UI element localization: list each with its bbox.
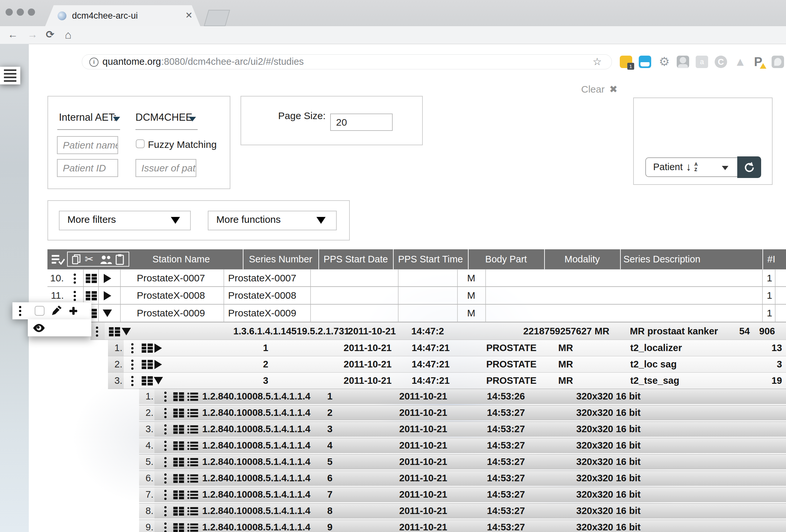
blob-icon[interactable]	[771, 55, 784, 68]
table-icon[interactable]	[86, 274, 97, 283]
list-icon[interactable]	[187, 425, 199, 434]
new-tab-button[interactable]	[204, 10, 230, 26]
password-manager-icon[interactable]: 1	[620, 55, 632, 68]
column-header[interactable]: PPS Start Date	[318, 249, 393, 269]
kebab-menu-icon[interactable]	[164, 461, 166, 463]
table-icon[interactable]	[173, 425, 185, 434]
expand-icon[interactable]	[155, 344, 162, 353]
kebab-menu-icon[interactable]	[131, 380, 134, 382]
column-header[interactable]: PPS Start Time	[393, 249, 468, 269]
table-icon[interactable]	[173, 474, 185, 483]
order-by-select[interactable]: Patient ↓ A Z	[645, 157, 738, 177]
copy-icon[interactable]	[72, 254, 82, 265]
back-icon[interactable]: ←	[8, 26, 18, 44]
aet-select-value[interactable]: DCM4CHEE	[136, 112, 192, 123]
chevron-down-icon[interactable]	[113, 117, 120, 121]
kebab-menu-icon[interactable]	[74, 277, 76, 280]
menu-toggle-button[interactable]	[0, 67, 20, 85]
patient-name-input[interactable]	[57, 136, 118, 154]
refresh-button[interactable]	[737, 156, 761, 178]
patient-id-input[interactable]	[57, 159, 118, 177]
clear-icon[interactable]: ✖	[609, 84, 618, 95]
kebab-menu-icon[interactable]	[164, 477, 166, 480]
kebab-menu-icon[interactable]	[131, 364, 134, 366]
kebab-menu-icon[interactable]	[164, 527, 166, 529]
table-icon[interactable]	[173, 507, 185, 516]
list-icon[interactable]	[187, 392, 199, 401]
fuzzy-matching-checkbox[interactable]	[136, 139, 145, 148]
table-icon[interactable]	[173, 392, 185, 401]
kebab-menu-icon[interactable]	[164, 510, 166, 512]
cut-icon[interactable]: ✂	[85, 252, 94, 267]
bookmark-star-icon[interactable]: ☆	[593, 55, 602, 69]
column-header[interactable]: Body Part	[468, 249, 544, 269]
column-header[interactable]: Series Number	[243, 249, 318, 269]
gear-icon[interactable]: ⚙	[658, 55, 671, 68]
table-icon[interactable]	[141, 376, 153, 386]
collapse-icon[interactable]	[103, 309, 112, 317]
list-icon[interactable]	[187, 507, 199, 516]
kebab-menu-icon[interactable]	[164, 445, 166, 447]
browser-tab[interactable]: dcm4chee-arc-ui ✕	[45, 5, 200, 26]
forward-icon[interactable]: →	[27, 26, 38, 44]
close-tab-icon[interactable]: ✕	[185, 5, 193, 26]
info-icon[interactable]: i	[89, 57, 98, 67]
expand-icon[interactable]	[155, 360, 162, 369]
table-icon[interactable]	[141, 344, 153, 353]
list-icon[interactable]	[187, 523, 199, 532]
column-header[interactable]: Station Name	[119, 249, 243, 269]
issuer-of-patient-input[interactable]	[136, 159, 196, 177]
window-close-button[interactable]	[5, 8, 13, 16]
drive-icon[interactable]: ▲	[734, 55, 747, 68]
expand-icon[interactable]	[104, 291, 111, 300]
kebab-menu-icon[interactable]	[164, 428, 166, 431]
table-icon[interactable]	[141, 360, 153, 369]
table-icon[interactable]	[109, 327, 120, 336]
avatar-icon[interactable]	[677, 55, 689, 68]
pocket-icon[interactable]	[639, 55, 651, 68]
column-header[interactable]: Modality	[544, 249, 620, 269]
view-icon[interactable]	[32, 324, 45, 332]
kebab-menu-icon[interactable]	[164, 494, 166, 496]
p-warning-icon[interactable]: P	[753, 55, 764, 68]
select-row-checkbox[interactable]	[35, 306, 45, 316]
merge-patients-icon[interactable]	[100, 255, 112, 264]
internal-aet-label[interactable]: Internal AET:	[59, 112, 116, 123]
reload-icon[interactable]: ⟳	[46, 26, 54, 44]
collapse-icon[interactable]	[154, 377, 163, 385]
kebab-menu-icon[interactable]	[19, 310, 21, 312]
table-icon[interactable]	[173, 523, 185, 532]
kebab-menu-icon[interactable]	[164, 396, 166, 398]
expand-icon[interactable]	[104, 274, 111, 283]
kebab-menu-icon[interactable]	[164, 412, 166, 414]
list-icon[interactable]	[187, 441, 199, 450]
window-minimize-button[interactable]	[17, 8, 24, 16]
clear-filters-label[interactable]: Clear	[581, 84, 605, 95]
window-zoom-button[interactable]	[28, 8, 35, 16]
url-bar[interactable]: i quantome.org :8080/dcm4chee-arc/ui2/#/…	[82, 54, 612, 69]
edit-icon[interactable]	[51, 306, 62, 316]
list-icon[interactable]	[187, 409, 199, 417]
column-header[interactable]: #I	[767, 249, 775, 269]
collapse-icon[interactable]	[122, 328, 131, 336]
add-icon[interactable]	[69, 306, 78, 316]
table-icon[interactable]	[173, 490, 185, 499]
select-list-icon[interactable]	[52, 254, 65, 265]
table-icon[interactable]	[86, 291, 97, 300]
list-icon[interactable]	[187, 458, 199, 467]
table-icon[interactable]	[173, 441, 185, 450]
kebab-menu-icon[interactable]	[96, 330, 98, 333]
list-icon[interactable]	[187, 474, 199, 483]
kebab-menu-icon[interactable]	[131, 347, 134, 349]
table-icon[interactable]	[173, 458, 185, 467]
column-header[interactable]: Series Description	[623, 249, 700, 269]
page-size-input[interactable]	[330, 114, 393, 131]
table-icon[interactable]	[173, 409, 185, 417]
list-icon[interactable]	[187, 490, 199, 499]
more-filters-select[interactable]: More filters	[59, 211, 191, 230]
chevron-down-icon[interactable]	[189, 117, 196, 121]
more-functions-select[interactable]: More functions	[208, 211, 337, 230]
home-icon[interactable]: ⌂	[65, 26, 72, 44]
chat-icon[interactable]: a	[696, 55, 708, 68]
c-circle-icon[interactable]: C	[715, 55, 727, 68]
